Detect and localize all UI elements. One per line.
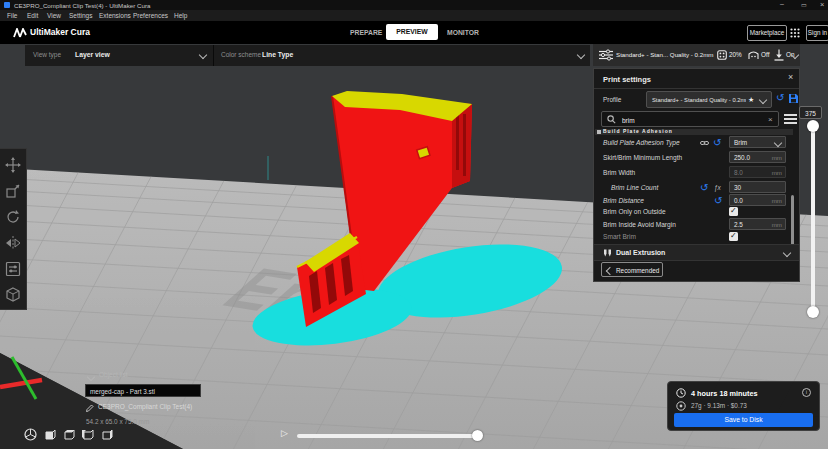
setting-input[interactable]: 2.5 mm bbox=[729, 218, 786, 230]
move-tool-icon[interactable] bbox=[5, 157, 21, 173]
save-to-disk-button[interactable]: Save to Disk bbox=[674, 413, 813, 427]
layer-number-label: 375 bbox=[799, 106, 822, 119]
recommended-button[interactable]: Recommended bbox=[601, 262, 663, 277]
check-icon: ✓ bbox=[730, 206, 737, 215]
view-left-icon[interactable] bbox=[81, 428, 94, 441]
object-item-label: merged-cap - Part 3.stl bbox=[90, 388, 155, 395]
reset-setting-icon[interactable]: ↺ bbox=[700, 183, 708, 193]
info-icon[interactable]: i bbox=[802, 388, 811, 397]
search-icon bbox=[607, 115, 616, 124]
select-value: Brim bbox=[734, 139, 747, 146]
layer-slider-top-handle[interactable] bbox=[807, 120, 819, 132]
print-job-panel: 4 hours 18 minutes i 27g · 9.13m · $0.73… bbox=[667, 381, 820, 431]
settings-scrollbar[interactable] bbox=[791, 195, 794, 245]
summary-profile-text: Standard+ - Stan... Quality - 0.2mm bbox=[616, 51, 714, 58]
path-slider-track[interactable] bbox=[297, 434, 483, 438]
save-profile-icon[interactable] bbox=[788, 93, 799, 104]
category-dual-extrusion[interactable]: Dual Extrusion bbox=[594, 244, 799, 261]
setting-row: Skirt/Brim Minimum Length 250.0 mm bbox=[594, 151, 792, 165]
category-icon bbox=[597, 130, 601, 134]
tab-preview[interactable]: PREVIEW bbox=[386, 24, 438, 40]
model-dimensions: 54.2 x 65.0 x 75.0 mm bbox=[86, 418, 149, 425]
title-bar: CE3PRO_Compliant Clip Test(4) - UltiMake… bbox=[0, 0, 828, 10]
object-list-item-selected[interactable]: merged-cap - Part 3.stl bbox=[85, 384, 201, 397]
setting-row: Brim Line Count ↺ ƒx 30 bbox=[594, 181, 792, 195]
link-icon bbox=[700, 139, 709, 147]
material-spool-icon bbox=[676, 401, 686, 411]
layer-slider-bottom-handle[interactable] bbox=[807, 306, 819, 318]
print-settings-panel: Print settings × Profile Standard+ - Sta… bbox=[593, 68, 800, 282]
reset-setting-icon[interactable]: ↺ bbox=[714, 196, 722, 206]
view-3d-icon[interactable] bbox=[24, 428, 37, 441]
profile-dropdown[interactable]: Standard+ - Standard Quality - 0.2mm ★ bbox=[646, 91, 772, 108]
category-build-plate-adhesion[interactable]: Build Plate Adhesion bbox=[595, 129, 793, 135]
input-unit: mm bbox=[772, 169, 782, 176]
settings-search-box[interactable]: × bbox=[601, 111, 779, 127]
close-window-button[interactable]: × bbox=[820, 0, 824, 9]
input-value: 0.0 bbox=[734, 197, 743, 204]
search-input[interactable] bbox=[620, 113, 754, 127]
setting-row: Brim Width 8.0 mm bbox=[594, 166, 792, 180]
setting-checkbox[interactable]: ✓ bbox=[729, 232, 738, 241]
tune-sliders-icon bbox=[599, 49, 613, 61]
tab-monitor[interactable]: MONITOR bbox=[447, 29, 479, 36]
mirror-tool-icon[interactable] bbox=[5, 235, 21, 251]
panel-divider bbox=[594, 88, 799, 89]
menu-settings[interactable]: Settings bbox=[69, 12, 93, 19]
fx-formula-icon[interactable]: ƒx bbox=[714, 184, 721, 191]
menu-edit[interactable]: Edit bbox=[27, 12, 38, 19]
menu-view[interactable]: View bbox=[47, 12, 61, 19]
input-unit: mm bbox=[772, 154, 782, 161]
category-label: Build Plate Adhesion bbox=[603, 129, 673, 134]
minimize-button[interactable]: – bbox=[780, 0, 784, 7]
object-list-label: Object list bbox=[99, 371, 128, 378]
menu-file[interactable]: File bbox=[7, 12, 17, 19]
chevron-left-icon bbox=[606, 267, 614, 275]
menu-help[interactable]: Help bbox=[174, 12, 187, 19]
play-button[interactable]: ▷ bbox=[281, 428, 288, 438]
maximize-button[interactable]: ▭ bbox=[801, 1, 807, 8]
clear-search-icon[interactable]: × bbox=[768, 115, 773, 124]
setting-row: Brim Only on Outside ✓ bbox=[594, 206, 792, 218]
setting-checkbox[interactable]: ✓ bbox=[729, 207, 738, 216]
rotate-tool-icon[interactable] bbox=[5, 209, 21, 225]
view-front-icon[interactable] bbox=[43, 428, 56, 441]
marketplace-button[interactable]: Marketplace bbox=[747, 25, 787, 41]
close-panel-button[interactable]: × bbox=[788, 72, 793, 82]
setting-label: Brim Inside Avoid Margin bbox=[603, 221, 676, 228]
print-settings-summary-bar[interactable]: Standard+ - Stan... Quality - 0.2mm 20% … bbox=[593, 44, 800, 66]
scale-tool-icon[interactable] bbox=[5, 183, 21, 199]
setting-input[interactable]: 30 bbox=[729, 181, 786, 193]
window-title: CE3PRO_Compliant Clip Test(4) - UltiMake… bbox=[14, 2, 150, 9]
setting-label: Smart Brim bbox=[603, 233, 636, 240]
support-blocker-icon[interactable] bbox=[5, 287, 21, 303]
chevron-down-icon bbox=[199, 51, 207, 59]
color-scheme-value: Line Type bbox=[262, 51, 293, 58]
view-type-dropdown[interactable]: View type Layer view bbox=[25, 45, 213, 66]
tab-prepare[interactable]: PREPARE bbox=[350, 29, 382, 36]
print-time: 4 hours 18 minutes bbox=[691, 389, 758, 398]
path-slider-handle[interactable] bbox=[472, 430, 483, 441]
menu-preferences[interactable]: Preferences bbox=[133, 12, 168, 19]
per-model-settings-icon[interactable] bbox=[5, 261, 21, 277]
color-scheme-dropdown[interactable]: Color scheme Line Type bbox=[214, 45, 590, 66]
adhesion-type-select[interactable]: Brim bbox=[729, 136, 786, 148]
setting-input[interactable]: 0.0 mm bbox=[729, 194, 786, 206]
layer-slider-track[interactable] bbox=[811, 124, 815, 314]
reset-setting-icon[interactable]: ↺ bbox=[713, 138, 721, 148]
clock-icon bbox=[676, 388, 686, 398]
view-top-icon[interactable] bbox=[62, 428, 75, 441]
apps-grid-icon[interactable] bbox=[790, 28, 800, 38]
setting-input[interactable]: 250.0 mm bbox=[729, 151, 786, 163]
chevron-down-icon bbox=[577, 51, 585, 59]
settings-menu-icon[interactable] bbox=[784, 114, 797, 124]
sign-in-button[interactable]: Sign in bbox=[806, 25, 828, 41]
input-value: 2.5 bbox=[734, 221, 743, 228]
chevron-down-icon bbox=[783, 249, 791, 257]
menu-extensions[interactable]: Extensions bbox=[99, 12, 131, 19]
setting-row: Brim Inside Avoid Margin 2.5 mm bbox=[594, 218, 792, 231]
infill-icon bbox=[717, 50, 727, 60]
view-right-icon[interactable] bbox=[100, 428, 113, 441]
reset-profile-icon[interactable]: ↺ bbox=[776, 93, 784, 103]
view-type-value: Layer view bbox=[75, 51, 110, 58]
